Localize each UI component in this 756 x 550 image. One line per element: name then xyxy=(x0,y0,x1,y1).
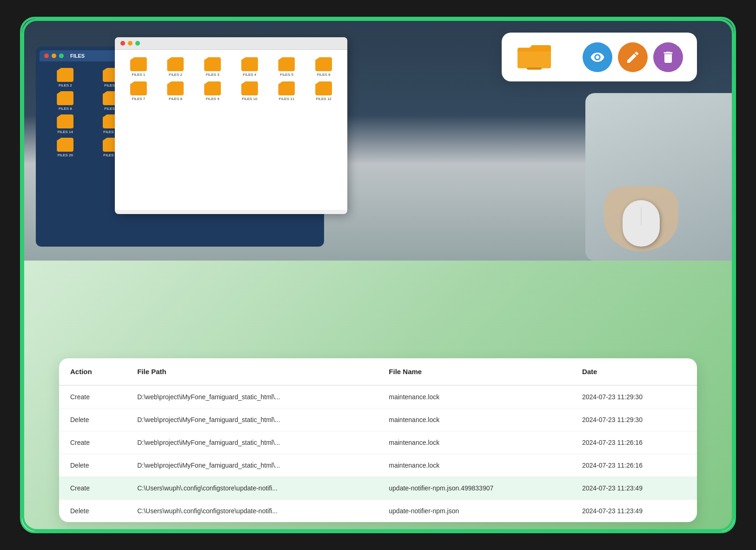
sec-file-item: FILES 4 xyxy=(233,57,266,77)
sec-file-item: FILES 1 xyxy=(122,57,155,77)
cell-filepath: D:\web\project\iMyFone_famiguard_static_… xyxy=(126,409,378,431)
cell-action: Create xyxy=(59,385,126,409)
cell-date: 2024-07-23 11:29:30 xyxy=(571,385,697,409)
action-icons-group xyxy=(583,42,683,72)
table-row[interactable]: DeleteD:\web\project\iMyFone_famiguard_s… xyxy=(59,409,697,431)
cell-action: Create xyxy=(59,477,126,500)
sec-file-item: FILES 6 xyxy=(307,57,340,77)
cell-filename: update-notifier-npm.json.499833907 xyxy=(378,477,571,500)
sec-file-item: FILES 5 xyxy=(271,57,303,77)
file-item: FILES 14 xyxy=(44,114,86,134)
sec-dot-yellow xyxy=(128,41,133,46)
cell-date: 2024-07-23 11:23:49 xyxy=(571,500,697,523)
header-date: Date xyxy=(571,358,697,385)
dot-yellow xyxy=(52,54,56,58)
cell-filename: maintenance.lock xyxy=(378,431,571,454)
svg-rect-1 xyxy=(527,67,542,70)
cell-date: 2024-07-23 11:26:16 xyxy=(571,454,697,477)
file-item: FILES 20 xyxy=(44,138,86,157)
header-filepath: File Path xyxy=(126,358,378,385)
header-action: Action xyxy=(59,358,126,385)
cell-filepath: D:\web\project\iMyFone_famiguard_static_… xyxy=(126,431,378,454)
cell-action: Create xyxy=(59,431,126,454)
folder-icon xyxy=(516,42,553,72)
delete-button[interactable] xyxy=(653,42,683,72)
table-row[interactable]: CreateD:\web\project\iMyFone_famiguard_s… xyxy=(59,385,697,409)
svg-rect-0 xyxy=(517,52,551,68)
sec-dot-green xyxy=(135,41,140,46)
secondary-files-grid: FILES 1 FILES 2 FILES 3 FILES 4 FILES 5 … xyxy=(115,50,347,210)
table-header-row: Action File Path File Name Date xyxy=(59,358,697,385)
cell-filename: update-notifier-npm.json xyxy=(378,500,571,523)
sec-dot-red xyxy=(120,41,125,46)
secondary-screen: FILES 1 FILES 2 FILES 3 FILES 4 FILES 5 … xyxy=(115,37,347,214)
cell-filepath: D:\web\project\iMyFone_famiguard_static_… xyxy=(126,454,378,477)
dot-red xyxy=(44,54,49,58)
view-button[interactable] xyxy=(583,42,612,72)
cell-action: Delete xyxy=(59,454,126,477)
table-row[interactable]: CreateD:\web\project\iMyFone_famiguard_s… xyxy=(59,431,697,454)
sec-file-item: FILES 11 xyxy=(271,81,303,101)
edit-button[interactable] xyxy=(618,42,648,72)
secondary-title-bar xyxy=(115,37,347,50)
file-item: FILES 8 xyxy=(44,91,86,111)
top-widget-card xyxy=(502,33,697,81)
cell-date: 2024-07-23 11:29:30 xyxy=(571,409,697,431)
sec-file-item: FILES 12 xyxy=(307,81,340,101)
dot-green xyxy=(59,54,64,58)
main-container: FILES FILES 2 FILES 3 FILES 4 FILES 5 FI… xyxy=(20,17,736,533)
cell-filepath: C:\Users\wuph\.config\configstore\update… xyxy=(126,477,378,500)
mouse-line xyxy=(641,207,642,226)
sec-file-item: FILES 8 xyxy=(159,81,192,101)
data-table-card: Action File Path File Name Date CreateD:… xyxy=(59,358,697,522)
table-row[interactable]: CreateC:\Users\wuph\.config\configstore\… xyxy=(59,477,697,500)
cell-filename: maintenance.lock xyxy=(378,454,571,477)
header-filename: File Name xyxy=(378,358,571,385)
sec-file-item: FILES 2 xyxy=(159,57,192,77)
cell-date: 2024-07-23 11:26:16 xyxy=(571,431,697,454)
cell-filepath: D:\web\project\iMyFone_famiguard_static_… xyxy=(126,385,378,409)
cell-filepath: C:\Users\wuph\.config\configstore\update… xyxy=(126,500,378,523)
cell-action: Delete xyxy=(59,409,126,431)
file-activity-table: Action File Path File Name Date CreateD:… xyxy=(59,358,697,522)
cell-filename: maintenance.lock xyxy=(378,385,571,409)
sec-file-item: FILES 9 xyxy=(196,81,229,101)
laptop-title: FILES xyxy=(70,53,85,59)
sec-file-item: FILES 7 xyxy=(122,81,155,101)
table-row[interactable]: DeleteC:\Users\wuph\.config\configstore\… xyxy=(59,500,697,523)
sec-file-item: FILES 3 xyxy=(196,57,229,77)
mouse-shape xyxy=(623,200,660,247)
cell-date: 2024-07-23 11:23:49 xyxy=(571,477,697,500)
table-row[interactable]: DeleteD:\web\project\iMyFone_famiguard_s… xyxy=(59,454,697,477)
cell-action: Delete xyxy=(59,500,126,523)
cell-filename: maintenance.lock xyxy=(378,409,571,431)
sec-file-item: FILES 10 xyxy=(233,81,266,101)
mouse-area xyxy=(585,93,734,261)
file-item: FILES 2 xyxy=(44,68,86,87)
